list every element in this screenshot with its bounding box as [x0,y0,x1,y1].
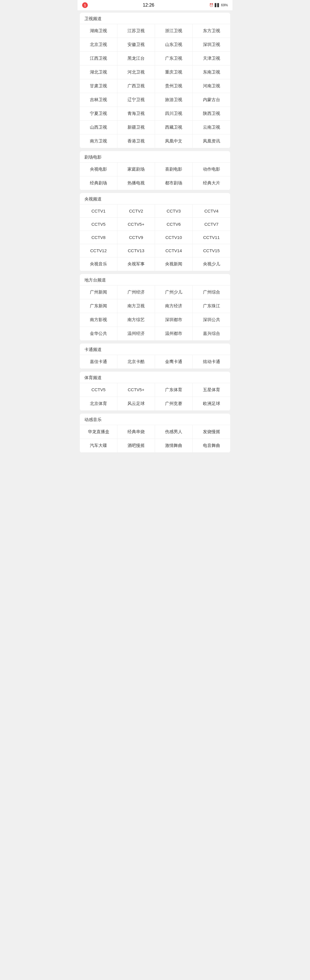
channel-cell[interactable]: 温州都市 [155,327,192,340]
channel-cell[interactable]: 云南卫视 [192,121,230,134]
channel-cell[interactable]: 电音舞曲 [192,439,230,453]
channel-cell[interactable]: 广州竞赛 [155,397,192,411]
channel-cell[interactable]: CCTV8 [80,231,118,244]
channel-cell[interactable]: CCTV5+ [118,383,155,397]
channel-cell[interactable]: 广西卫视 [118,79,155,93]
channel-cell[interactable]: 湖北卫视 [80,65,118,79]
channel-cell[interactable]: 甘肃卫视 [80,79,118,93]
channel-cell[interactable]: 汽车大碟 [80,439,118,453]
channel-cell[interactable]: 广州新闻 [80,285,118,299]
channel-cell[interactable]: 南方影视 [80,313,118,327]
channel-cell[interactable]: 东方卫视 [192,24,230,38]
channel-cell[interactable]: 辽宁卫视 [118,93,155,107]
channel-cell[interactable]: CCTV12 [80,244,118,257]
channel-cell[interactable]: 风云足球 [118,397,155,411]
channel-cell[interactable]: 新疆卫视 [118,121,155,134]
channel-cell[interactable]: CCTV10 [155,231,192,244]
channel-cell[interactable]: CCTV15 [192,244,230,257]
channel-cell[interactable]: 酒吧慢摇 [118,439,155,453]
channel-cell[interactable]: 内蒙古台 [192,93,230,107]
channel-cell[interactable]: 北京体育 [80,397,118,411]
channel-cell[interactable]: 经典剧场 [80,177,118,190]
channel-cell[interactable]: 江西卫视 [80,52,118,65]
channel-cell[interactable]: 山西卫视 [80,121,118,134]
channel-cell[interactable]: 欧洲足球 [192,397,230,411]
channel-cell[interactable]: 动作电影 [192,162,230,177]
channel-cell[interactable]: 都市剧场 [155,177,192,190]
channel-cell[interactable]: CCTV13 [118,244,155,257]
channel-cell[interactable]: CCTV9 [118,231,155,244]
channel-cell[interactable]: 深圳公共 [192,313,230,327]
channel-cell[interactable]: 家庭剧场 [118,162,155,177]
channel-cell[interactable]: CCTV4 [192,205,230,218]
channel-cell[interactable]: 黑龙江台 [118,52,155,65]
channel-cell[interactable]: 广东珠江 [192,299,230,313]
channel-cell[interactable]: 东南卫视 [192,65,230,79]
channel-cell[interactable]: 央视军事 [118,257,155,271]
channel-cell[interactable]: CCTV5 [80,218,118,231]
channel-cell[interactable]: 喜剧电影 [155,162,192,177]
channel-cell[interactable]: 经典大片 [192,177,230,190]
channel-cell[interactable]: 凤凰资讯 [192,134,230,148]
channel-cell[interactable]: 吉林卫视 [80,93,118,107]
channel-cell[interactable]: 西藏卫视 [155,121,192,134]
channel-cell[interactable]: 陕西卫视 [192,107,230,121]
channel-cell[interactable]: CCTV5 [80,383,118,397]
channel-cell[interactable]: 四川卫视 [155,107,192,121]
channel-cell[interactable]: 伤感男人 [155,425,192,439]
channel-cell[interactable]: 重庆卫视 [155,65,192,79]
channel-cell[interactable]: 广东体育 [155,383,192,397]
channel-cell[interactable]: 香港卫视 [118,134,155,148]
channel-cell[interactable]: 天津卫视 [192,52,230,65]
channel-cell[interactable]: CCTV2 [118,205,155,218]
channel-cell[interactable]: 五星体育 [192,383,230,397]
channel-cell[interactable]: 央视新闻 [155,257,192,271]
channel-cell[interactable]: 浙江卫视 [155,24,192,38]
channel-cell[interactable]: 北京卫视 [80,38,118,52]
channel-cell[interactable]: 金华公共 [80,327,118,340]
channel-cell[interactable]: CCTV11 [192,231,230,244]
channel-cell[interactable]: 炫动卡通 [192,355,230,369]
channel-cell[interactable]: CCTV5+ [118,218,155,231]
channel-cell[interactable]: 北京卡酷 [118,355,155,369]
channel-cell[interactable]: 发烧慢摇 [192,425,230,439]
channel-cell[interactable]: 嘉佳卡通 [80,355,118,369]
channel-cell[interactable]: 热播电视 [118,177,155,190]
channel-cell[interactable]: 山东卫视 [155,38,192,52]
channel-cell[interactable]: 贵州卫视 [155,79,192,93]
channel-cell[interactable]: 南方卫视 [80,134,118,148]
channel-cell[interactable]: 温州经济 [118,327,155,340]
channel-cell[interactable]: 激情舞曲 [155,439,192,453]
channel-cell[interactable]: 深圳都市 [155,313,192,327]
channel-cell[interactable]: 嘉兴综合 [192,327,230,340]
channel-cell[interactable]: 河南卫视 [192,79,230,93]
channel-cell[interactable]: 金鹰卡通 [155,355,192,369]
channel-cell[interactable]: 旅游卫视 [155,93,192,107]
channel-cell[interactable]: 安徽卫视 [118,38,155,52]
channel-cell[interactable]: 广州综合 [192,285,230,299]
channel-cell[interactable]: 宁夏卫视 [80,107,118,121]
channel-cell[interactable]: 凤凰中文 [155,134,192,148]
channel-cell[interactable]: CCTV7 [192,218,230,231]
channel-cell[interactable]: 广州少儿 [155,285,192,299]
channel-cell[interactable]: CCTV1 [80,205,118,218]
channel-cell[interactable]: CCTV14 [155,244,192,257]
channel-cell[interactable]: 南方卫视 [118,299,155,313]
channel-cell[interactable]: 广东卫视 [155,52,192,65]
channel-cell[interactable]: 青海卫视 [118,107,155,121]
channel-cell[interactable]: 河北卫视 [118,65,155,79]
channel-cell[interactable]: 央视少儿 [192,257,230,271]
channel-cell[interactable]: 央视电影 [80,162,118,177]
channel-cell[interactable]: 广东新闻 [80,299,118,313]
channel-cell[interactable]: CCTV6 [155,218,192,231]
channel-cell[interactable]: 南方综艺 [118,313,155,327]
channel-cell[interactable]: 深圳卫视 [192,38,230,52]
channel-cell[interactable]: 广州经济 [118,285,155,299]
channel-cell[interactable]: 央视音乐 [80,257,118,271]
channel-cell[interactable]: 江苏卫视 [118,24,155,38]
channel-cell[interactable]: 经典串烧 [118,425,155,439]
channel-cell[interactable]: 华龙直播盒 [80,425,118,439]
channel-cell[interactable]: 湖南卫视 [80,24,118,38]
channel-cell[interactable]: CCTV3 [155,205,192,218]
channel-cell[interactable]: 南方经济 [155,299,192,313]
